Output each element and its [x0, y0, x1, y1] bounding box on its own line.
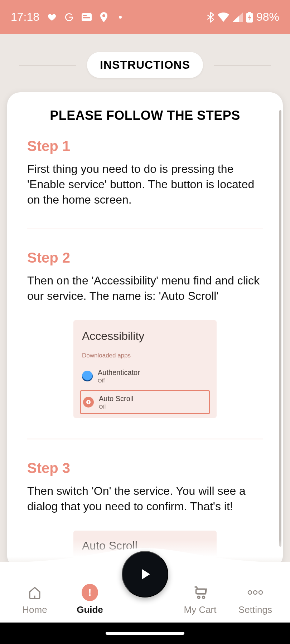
bluetooth-icon [207, 12, 214, 23]
google-g-icon [64, 13, 74, 22]
accessibility-subtitle: Downloaded apps [82, 352, 208, 359]
nav-guide[interactable]: ! Guide [65, 584, 115, 615]
autoscroll-icon [83, 397, 94, 408]
step-3-body: Then switch 'On' the service. You will s… [27, 483, 263, 514]
nav-label: My Cart [184, 604, 217, 615]
alert-badge-icon: ! [82, 584, 98, 601]
system-nav-bar [0, 623, 290, 644]
divider [27, 229, 263, 229]
svg-rect-3 [83, 19, 90, 19]
cart-icon [192, 584, 208, 601]
location-icon [100, 12, 108, 22]
svg-point-10 [253, 591, 257, 594]
authenticator-icon [82, 371, 93, 381]
status-bar: 17:18 98% [0, 0, 290, 34]
accessibility-item-state: Off [98, 377, 140, 384]
svg-rect-4 [248, 12, 251, 13]
card-title: PLEASE FOLLOW THE STEPS [27, 108, 263, 123]
step-2-body: Then on the 'Accessibility' menu find an… [27, 273, 263, 304]
svg-point-9 [248, 591, 252, 594]
battery-percent: 98% [256, 10, 279, 24]
cell-signal-icon [233, 13, 243, 22]
step-1: Step 1 First thing you need to do is pre… [27, 138, 263, 208]
step-2-title: Step 2 [27, 250, 263, 266]
more-icon [247, 584, 264, 601]
nav-settings[interactable]: Settings [230, 584, 280, 615]
nav-label: Settings [238, 604, 272, 615]
accessibility-item-name: Authenticator [98, 369, 140, 377]
instructions-header: INSTRUCTIONS [0, 52, 290, 78]
svg-rect-1 [83, 15, 87, 16]
nav-label: Guide [77, 604, 103, 615]
divider [27, 439, 263, 439]
heart-icon [47, 13, 57, 22]
accessibility-item-name: Auto Scroll [99, 395, 134, 403]
nav-label: Home [22, 604, 47, 615]
step-1-title: Step 1 [27, 138, 263, 154]
status-time: 17:18 [11, 10, 39, 24]
news-icon [82, 13, 92, 21]
instructions-pill: INSTRUCTIONS [87, 52, 203, 78]
accessibility-item-state: Off [99, 404, 134, 410]
accessibility-title: Accessibility [82, 330, 208, 343]
nav-home[interactable]: Home [10, 584, 60, 615]
svg-rect-2 [83, 17, 90, 18]
battery-icon [246, 12, 253, 23]
instructions-card[interactable]: PLEASE FOLLOW THE STEPS Step 1 First thi… [7, 92, 283, 568]
svg-point-7 [198, 596, 200, 598]
step-2: Step 2 Then on the 'Accessibility' menu … [27, 250, 263, 418]
nav-cart[interactable]: My Cart [175, 584, 225, 615]
wifi-icon [218, 13, 229, 22]
gesture-handle[interactable] [106, 632, 184, 635]
play-fab[interactable] [122, 551, 168, 597]
scrollbar[interactable] [279, 110, 281, 547]
accessibility-panel: Accessibility Downloaded apps Authentica… [73, 320, 217, 418]
svg-point-8 [203, 596, 205, 598]
step-3-title: Step 3 [27, 460, 263, 476]
accessibility-item-autoscroll: Auto Scroll Off [80, 390, 210, 414]
accessibility-item-authenticator: Authenticator Off [80, 365, 210, 387]
home-icon [26, 584, 43, 601]
svg-rect-6 [196, 589, 206, 594]
step-1-body: First thing you need to do is pressing t… [27, 161, 263, 208]
svg-point-11 [259, 591, 262, 594]
dot-icon [119, 16, 122, 19]
